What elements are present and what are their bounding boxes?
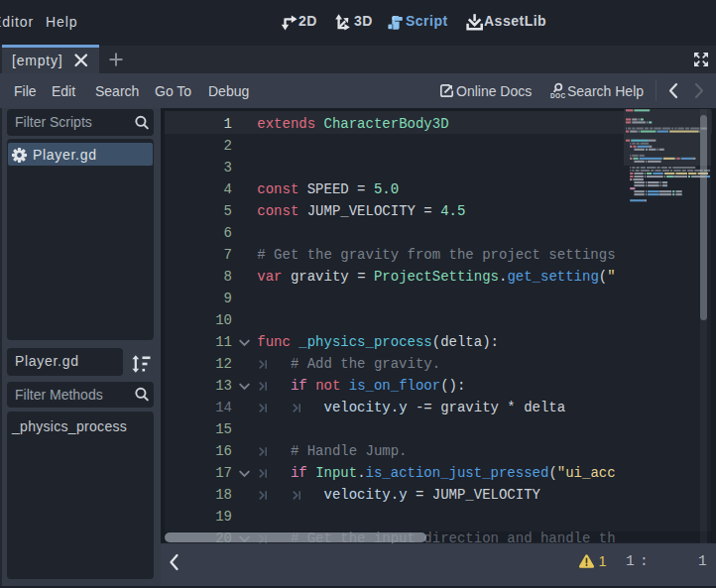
svg-text:DOC: DOC: [550, 92, 565, 99]
